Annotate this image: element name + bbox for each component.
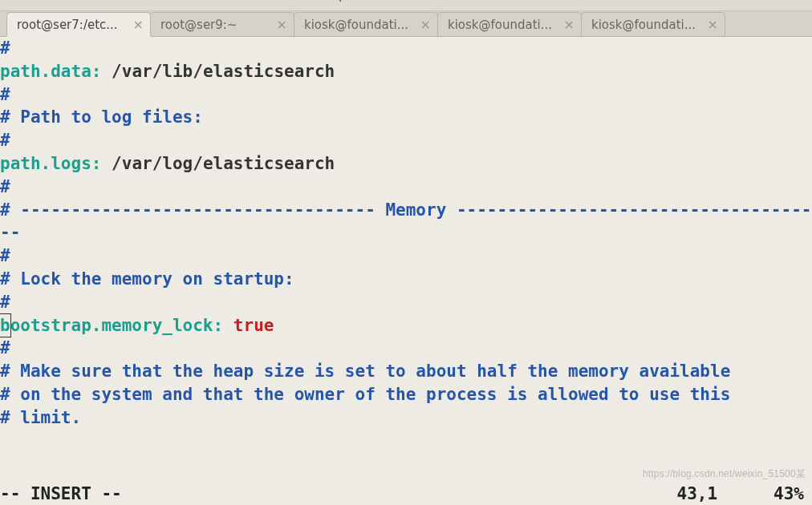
menu-bar: File Edit View Search Terminal Tabs Help (0, 0, 812, 10)
close-icon[interactable]: × (564, 17, 574, 32)
yaml-value: true (233, 316, 274, 335)
comment-text: # (0, 293, 10, 312)
comment-text: # limit. (0, 408, 81, 427)
editor-line: # (0, 129, 812, 152)
tab-label: kiosk@foundati... (448, 18, 559, 32)
comment-text: # Path to log files: (0, 107, 203, 127)
terminal-tab-1[interactable]: root@ser9:~ × (150, 12, 294, 36)
comment-text: # (0, 38, 10, 58)
close-icon[interactable]: × (708, 17, 718, 32)
terminal-tab-2[interactable]: kiosk@foundati... × (294, 12, 438, 36)
yaml-value: /var/log/elasticsearch (112, 154, 335, 173)
tab-label: kiosk@foundati... (591, 18, 703, 32)
tab-label: kiosk@foundati... (304, 18, 416, 32)
comment-text: # Lock the memory on startup: (0, 269, 294, 289)
terminal-tab-3[interactable]: kiosk@foundati... × (437, 12, 582, 36)
comment-text: # (0, 85, 10, 104)
yaml-value: /var/lib/elasticsearch (112, 62, 335, 81)
editor-line: # Lock the memory on startup: (0, 268, 812, 291)
close-icon[interactable]: × (277, 17, 287, 32)
editor-line: # Path to log files: (0, 106, 812, 129)
comment-text: # on the system and that the owner of th… (0, 385, 730, 404)
close-icon[interactable]: × (133, 17, 144, 32)
comment-text: # Make sure that the heap size is set to… (0, 362, 730, 381)
close-icon[interactable]: × (420, 17, 431, 32)
editor-line: # ----------------------------------- Me… (0, 199, 812, 245)
editor-line: # (0, 37, 812, 60)
comment-text: # (0, 246, 10, 265)
cursor: b (0, 313, 11, 338)
watermark: https://blog.csdn.net/weixin_51500某 (643, 467, 806, 481)
editor-line: # (0, 176, 812, 199)
editor-line: # (0, 337, 812, 360)
editor-line: # (0, 83, 812, 107)
yaml-key: path.logs (0, 154, 91, 173)
editor-line: # (0, 291, 812, 314)
comment-text: # ----------------------------------- Me… (0, 200, 811, 243)
comment-text: # (0, 338, 10, 358)
editor-line: # on the system and that the owner of th… (0, 383, 812, 406)
vim-status-line: -- INSERT -- 43,1 43% (0, 483, 812, 505)
colon: : (91, 154, 102, 173)
comment-text: # (0, 131, 10, 150)
tab-label: root@ser7:/etc... (17, 18, 128, 32)
colon: : (213, 316, 224, 335)
tab-label: root@ser9:~ (160, 18, 272, 32)
editor-line: # limit. (0, 406, 812, 430)
editor-line: # (0, 244, 812, 268)
terminal-tab-0[interactable]: root@ser7:/etc... × (6, 12, 151, 36)
tab-bar: root@ser7:/etc... × root@ser9:~ × kiosk@… (0, 10, 812, 37)
terminal-tab-4[interactable]: kiosk@foundati... × (581, 12, 725, 36)
scroll-percent: 43% (773, 484, 812, 503)
yaml-key: bootstrap.memory_lock (0, 316, 213, 335)
vim-mode: -- INSERT -- (0, 484, 122, 503)
colon: : (91, 62, 102, 81)
comment-text: # (0, 177, 10, 196)
cursor-position: 43,1 (676, 484, 773, 503)
editor-viewport[interactable]: #path.data: /var/lib/elasticsearch## Pat… (0, 37, 812, 483)
editor-line: path.logs: /var/log/elasticsearch (0, 152, 812, 176)
editor-line: # Make sure that the heap size is set to… (0, 360, 812, 383)
editor-line: bootstrap.memory_lock: true (0, 314, 812, 337)
yaml-key: path.data (0, 62, 91, 81)
editor-line: path.data: /var/lib/elasticsearch (0, 60, 812, 83)
